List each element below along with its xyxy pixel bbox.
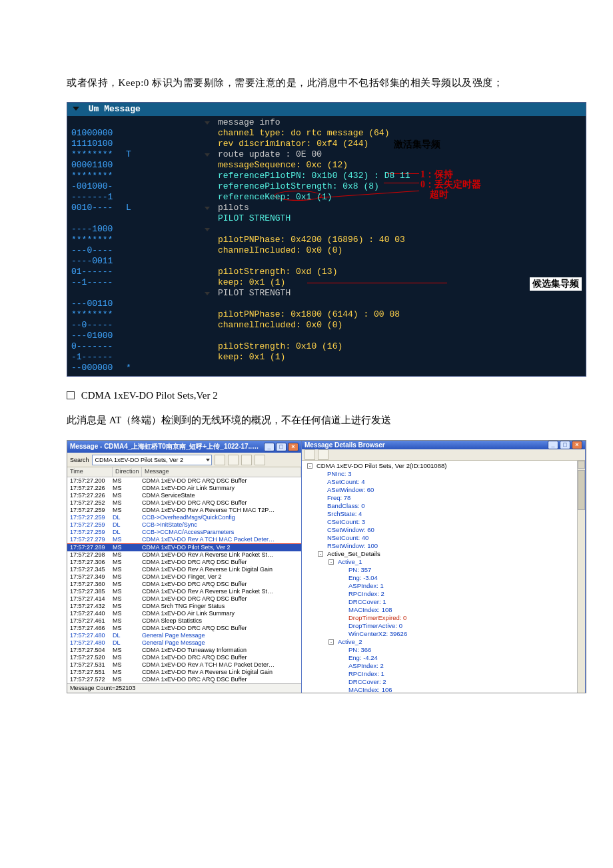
tree-item[interactable]: SrchState: 4 — [305, 510, 577, 518]
tree-item[interactable]: PN: 357 — [305, 566, 577, 574]
table-row[interactable]: 17:57:27.349MSCDMA 1xEV-DO Finger, Ver 2 — [67, 573, 301, 581]
tree-item-label: MACIndex: 106 — [348, 686, 392, 693]
um-line: ---00110 — [67, 299, 586, 309]
tree-item[interactable]: DRCCover: 1 — [305, 598, 577, 606]
print-icon[interactable] — [318, 449, 328, 460]
table-row[interactable]: 17:57:27.432MSCDMA Srch TNG Finger Statu… — [67, 603, 301, 610]
table-row[interactable]: 17:57:27.480DLGeneral Page Message — [67, 639, 301, 647]
tree-item[interactable]: CSetCount: 3 — [305, 518, 577, 526]
table-row[interactable]: 17:57:27.480DLGeneral Page Message — [67, 632, 301, 639]
text-col: pilotStrength: 0x10 (16) — [138, 341, 586, 352]
settings-icon[interactable] — [241, 455, 252, 465]
tree-item[interactable]: RSetWindow: 100 — [305, 542, 577, 550]
tree-item[interactable]: Eng: -3.04 — [305, 574, 577, 582]
expand-icon[interactable]: - — [328, 639, 334, 645]
tree-item[interactable]: BandClass: 0 — [305, 502, 577, 510]
tree-item[interactable]: RPCIndex: 2 — [305, 590, 577, 598]
next-icon[interactable] — [255, 455, 265, 465]
um-line: ---0----channelIncluded: 0x0 (0) — [67, 245, 586, 256]
scrollbar[interactable] — [577, 461, 585, 693]
scroll-up-icon[interactable] — [578, 461, 585, 469]
table-row[interactable]: 17:57:27.551MSCDMA 1xEV-DO Rev A Reverse… — [67, 669, 301, 676]
cell-dir: DL — [113, 632, 142, 639]
table-body[interactable]: 17:57:27.200MSCDMA 1xEV-DO DRC ARQ DSC B… — [67, 477, 301, 683]
tree-item[interactable]: RPCIndex: 1 — [305, 670, 577, 678]
filter-icon[interactable] — [228, 455, 239, 465]
table-row[interactable]: 17:57:27.385MSCDMA 1xEV-DO Rev A Reverse… — [67, 588, 301, 595]
tree-item[interactable]: -Active_Set_Details — [305, 550, 577, 558]
tree-item[interactable]: PN: 366 — [305, 646, 577, 654]
titlebar[interactable]: Message - CDMA4_上海虹桥T0南京南_短呼+上传_1022-17.… — [67, 441, 301, 453]
tree-item[interactable]: CSetWindow: 60 — [305, 526, 577, 534]
table-row[interactable]: 17:57:27.289MSCDMA 1xEV-DO Pilot Sets, V… — [67, 544, 301, 551]
tree-item[interactable]: ASPIndex: 1 — [305, 582, 577, 590]
table-row[interactable]: 17:57:27.200MSCDMA 1xEV-DO DRC ARQ DSC B… — [67, 477, 301, 485]
minimize-button[interactable]: _ — [264, 443, 275, 451]
table-row[interactable]: 17:57:27.466MSCDMA 1xEV-DO DRC ARQ DSC B… — [67, 625, 301, 632]
table-row[interactable]: 17:57:27.345MSCDMA 1xEV-DO Rev A Reverse… — [67, 566, 301, 573]
tree-item[interactable]: WinCenterX2: 39626 — [305, 630, 577, 638]
cell-msg: CDMA 1xEV-DO DRC ARQ DSC Buffer — [142, 477, 301, 485]
maximize-button[interactable]: □ — [560, 441, 570, 449]
col-time[interactable]: Time — [67, 467, 113, 477]
tree-item[interactable]: NSetCount: 40 — [305, 534, 577, 542]
table-row[interactable]: 17:57:27.226MSCDMA ServiceState — [67, 492, 301, 499]
minimize-button[interactable]: _ — [548, 441, 558, 449]
table-row[interactable]: 17:57:27.259DLCCB->InitState/Sync — [67, 521, 301, 529]
tree-item[interactable]: Eng: -4.24 — [305, 654, 577, 662]
um-line: 0010----Lpilots — [67, 203, 586, 213]
tree-item[interactable]: MACIndex: 106 — [305, 686, 577, 693]
tree-item[interactable]: ASetCount: 4 — [305, 478, 577, 486]
cell-msg: CDMA 1xEV-DO DRC ARQ DSC Buffer — [142, 625, 301, 632]
table-row[interactable]: 17:57:27.461MSCDMA Sleep Statistics — [67, 617, 301, 625]
col-direction[interactable]: Direction — [113, 467, 142, 477]
table-row[interactable]: 17:57:27.360MSCDMA 1xEV-DO DRC ARQ DSC B… — [67, 581, 301, 588]
tree-item-label: Eng: -3.04 — [348, 574, 378, 581]
col-message[interactable]: Message — [142, 467, 301, 477]
tree-item[interactable]: -Active_1 — [305, 558, 577, 566]
details-tree[interactable]: - CDMA 1xEV-DO Pilot Sets, Ver 2(ID:1001… — [302, 461, 577, 693]
table-row[interactable]: 17:57:27.226MSCDMA 1xEV-DO Air Link Summ… — [67, 485, 301, 492]
tree-item[interactable]: DRCCover: 2 — [305, 678, 577, 686]
table-row[interactable]: 17:57:27.414MSCDMA 1xEV-DO DRC ARQ DSC B… — [67, 595, 301, 603]
table-row[interactable]: 17:57:27.520MSCDMA 1xEV-DO DRC ARQ DSC B… — [67, 654, 301, 661]
expand-icon[interactable]: - — [307, 463, 312, 469]
table-row[interactable]: 17:57:27.259DLCCB->CCMAC/AccessParameter… — [67, 529, 301, 536]
tree-item[interactable]: DropTimerExpired: 0 — [305, 614, 577, 622]
tree-item[interactable]: MACIndex: 108 — [305, 606, 577, 614]
cell-msg: CDMA 1xEV-DO Finger, Ver 2 — [142, 573, 301, 581]
tree-item-label: ASetWindow: 60 — [327, 486, 374, 493]
maximize-button[interactable]: □ — [276, 443, 287, 451]
expand-icon[interactable]: - — [328, 559, 334, 565]
tree-item[interactable]: PNInc: 3 — [305, 470, 577, 478]
table-row[interactable]: 17:57:27.504MSCDMA 1xEV-DO Tuneaway Info… — [67, 647, 301, 654]
table-row[interactable]: 17:57:27.259MSCDMA 1xEV-DO Rev A Reverse… — [67, 507, 301, 514]
table-row[interactable]: 17:57:27.259DLCCB->OverheadMsgs/QuickCon… — [67, 514, 301, 521]
table-row[interactable]: 17:57:27.531MSCDMA 1xEV-DO Rev A TCH MAC… — [67, 661, 301, 669]
lock-icon[interactable] — [305, 449, 315, 460]
um-line: --0-----channelIncluded: 0x0 (0) — [67, 320, 586, 331]
table-row[interactable]: 17:57:27.572MSCDMA 1xEV-DO DRC ARQ DSC B… — [67, 676, 301, 683]
tree-item[interactable]: Freq: 78 — [305, 494, 577, 502]
scroll-thumb[interactable] — [578, 470, 585, 510]
bits-col: ----1000 — [67, 224, 126, 235]
search-combo[interactable]: CDMA 1xEV-DO Pilot Sets, Ver 2 — [92, 455, 212, 465]
tree-item[interactable]: ASetWindow: 60 — [305, 486, 577, 494]
tree-item[interactable]: -Active_2 — [305, 638, 577, 646]
tree-item[interactable]: ASPIndex: 2 — [305, 662, 577, 670]
table-row[interactable]: 17:57:27.440MSCDMA 1xEV-DO Air Link Summ… — [67, 610, 301, 617]
close-button[interactable]: × — [572, 441, 582, 449]
lock-icon[interactable] — [215, 455, 225, 465]
titlebar[interactable]: Message Details Browser _ □ × — [302, 441, 585, 449]
close-button[interactable]: × — [288, 443, 299, 451]
tree-root[interactable]: - CDMA 1xEV-DO Pilot Sets, Ver 2(ID:1001… — [305, 462, 577, 470]
table-row[interactable]: 17:57:27.298MSCDMA 1xEV-DO Rev A Reverse… — [67, 551, 301, 559]
table-row[interactable]: 17:57:27.306MSCDMA 1xEV-DO DRC ARQ DSC B… — [67, 559, 301, 566]
tree-item[interactable]: DropTimerActive: 0 — [305, 622, 577, 630]
table-row[interactable]: 17:57:27.252MSCDMA 1xEV-DO DRC ARQ DSC B… — [67, 499, 301, 507]
tree-item-label: PNInc: 3 — [327, 470, 351, 477]
cell-time: 17:57:27.440 — [67, 610, 113, 617]
expand-icon[interactable]: - — [318, 551, 323, 557]
tree-item-label: NSetCount: 40 — [327, 534, 368, 541]
table-row[interactable]: 17:57:27.279MSCDMA 1xEV-DO Rev A TCH MAC… — [67, 536, 301, 544]
